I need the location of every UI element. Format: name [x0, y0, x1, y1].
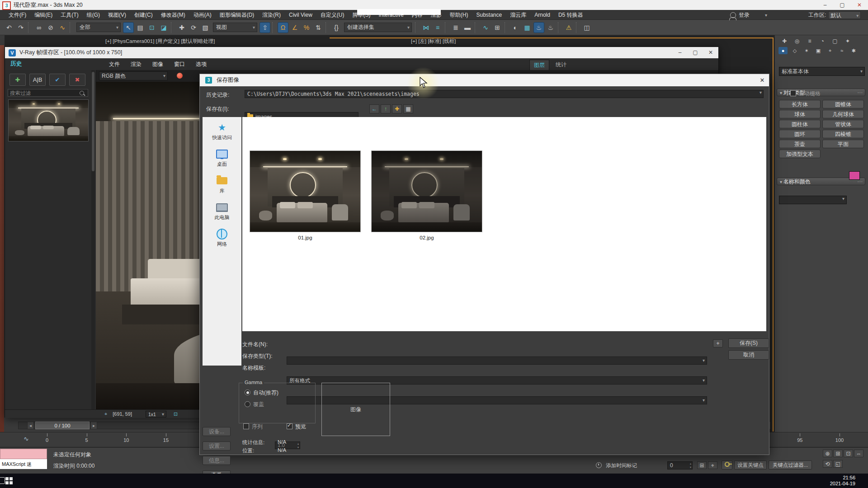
gamma-override-radio[interactable]: 覆盖	[245, 401, 264, 408]
track-bar-mode-icon[interactable]: ∿	[24, 435, 29, 442]
dialog-button-setup[interactable]: 设置...	[203, 441, 231, 450]
select-and-link-icon[interactable]: ∞	[33, 22, 44, 33]
warning-icon[interactable]: ⚠	[563, 22, 574, 33]
named-selection-sets-dropdown[interactable]: 创建选择集	[344, 23, 412, 32]
menubar-item[interactable]: Arnold	[530, 10, 554, 20]
close-button[interactable]: ✕	[851, 0, 868, 10]
object-color-swatch[interactable]	[849, 171, 860, 180]
up-one-level-icon[interactable]: ↑	[381, 104, 391, 113]
record-region-icon[interactable]	[177, 73, 183, 79]
orbit-icon[interactable]: ⟲	[823, 460, 832, 468]
save-to-history-icon[interactable]: ✚	[9, 74, 26, 86]
open-door-icon[interactable]: ◫	[581, 22, 592, 33]
viewport-label-camera[interactable]: [+] [PhysCamera001] [用户定义] [默认明暗处理]	[105, 38, 215, 45]
menubar-item[interactable]: 组(G)	[83, 10, 104, 20]
menubar-item[interactable]: 编辑(E)	[30, 10, 57, 20]
place-this-pc[interactable]: 此电脑	[215, 202, 230, 221]
back-icon[interactable]: ←	[369, 104, 379, 113]
curve-editor-icon[interactable]: ∿	[480, 22, 491, 33]
select-object-icon[interactable]: ↖	[123, 22, 134, 33]
notification-icon[interactable]	[0, 477, 5, 484]
vfb-minimize-button[interactable]: –	[672, 47, 688, 58]
menubar-item[interactable]: 动画(A)	[189, 10, 216, 20]
create-new-folder-icon[interactable]: ✚	[392, 104, 402, 113]
windows-start-icon[interactable]	[5, 477, 13, 484]
menubar-item[interactable]: 修改器(M)	[157, 10, 189, 20]
place-network[interactable]: 网络	[216, 229, 228, 248]
set-key-button[interactable]: 设置关键点	[734, 460, 767, 469]
ab-compare-icon[interactable]: A|B	[29, 74, 46, 86]
menubar-item[interactable]: 视图(V)	[104, 10, 130, 20]
selection-lock-icon[interactable]: ⊞	[697, 461, 707, 469]
viewport-label-left[interactable]: [+] [左] [标准] [线框]	[411, 38, 456, 45]
dialog-button-info[interactable]: 信息...	[203, 456, 231, 465]
history-scrollbar[interactable]	[91, 70, 95, 409]
file-item[interactable]: 01.jpg	[250, 150, 361, 240]
object-button[interactable]: 几何球体	[822, 110, 864, 118]
select-by-name-icon[interactable]: ▤	[135, 22, 146, 33]
menubar-item[interactable]: 溜云库	[506, 10, 530, 20]
file-list-area[interactable]: 01.jpg02.jpg	[242, 117, 766, 331]
file-thumbnail[interactable]	[250, 150, 361, 232]
view-menu-icon[interactable]: ▦	[403, 104, 413, 113]
layer-explorer-icon[interactable]: ≣	[450, 22, 461, 33]
menubar-item[interactable]: 图形编辑器(D)	[216, 10, 259, 20]
minimize-button[interactable]: –	[816, 0, 834, 10]
maximize-button[interactable]: ▢	[834, 0, 851, 10]
dialog-button-device[interactable]: 设备...	[203, 427, 231, 436]
reference-coordinate-dropdown[interactable]: 视图	[213, 23, 257, 32]
key-filters-button[interactable]: 关键点过滤器...	[769, 460, 812, 469]
next-frame-button[interactable]: ▸	[90, 422, 97, 429]
object-button[interactable]: 管状体	[822, 120, 864, 128]
object-button[interactable]: 圆环	[779, 130, 821, 138]
tab-stats[interactable]: 统计	[551, 60, 571, 70]
delete-history-icon[interactable]: ✖	[69, 74, 85, 86]
save-button[interactable]: 保存(S)	[728, 338, 769, 348]
add-time-tag[interactable]: 添加时间标记	[596, 462, 637, 469]
workspace-dropdown[interactable]: 默认	[828, 11, 861, 19]
taskbar-clock[interactable]: 21:56 2021-04-19	[830, 475, 855, 487]
angle-snap-icon[interactable]: ∠	[289, 22, 300, 33]
undo-icon[interactable]: ↶	[4, 22, 14, 33]
menubar-item[interactable]: Substance	[472, 10, 506, 20]
zoom-icon[interactable]: ⊕	[823, 450, 832, 457]
unlink-selection-icon[interactable]: ⊘	[45, 22, 56, 33]
mirror-icon[interactable]: ⋈	[420, 22, 431, 33]
load-history-icon[interactable]: ✔	[49, 74, 66, 86]
sequence-checkbox[interactable]: 序列	[243, 423, 263, 431]
object-button[interactable]: 四棱锥	[822, 130, 864, 138]
previous-frame-button[interactable]: ◂	[27, 422, 34, 429]
time-slider[interactable]: 0 / 100	[35, 422, 90, 429]
spinner-snap-icon[interactable]: ⇅	[313, 22, 324, 33]
snaps-toggle-icon[interactable]: Ω	[278, 22, 288, 33]
selection-filter-dropdown[interactable]: 全部	[76, 23, 121, 32]
object-button[interactable]: 圆柱体	[779, 120, 821, 128]
zoom-extents-icon[interactable]: ⊞	[833, 450, 843, 457]
render-setup-icon[interactable]: ▦	[522, 22, 533, 33]
menubar-item[interactable]: D5 转换器	[554, 10, 587, 20]
object-button[interactable]: 茶壶	[779, 140, 821, 148]
maximize-viewport-icon[interactable]: ◱	[833, 460, 843, 468]
menubar-item[interactable]: 渲染(R)	[258, 10, 285, 20]
render-production-icon[interactable]: ♨	[545, 22, 556, 33]
place-desktop[interactable]: 桌面	[216, 149, 228, 168]
follow-mouse-icon[interactable]: ⊡	[174, 411, 178, 417]
vfb-menu-item[interactable]: 选项	[190, 58, 212, 70]
use-pivot-point-center-icon[interactable]: ⇧	[259, 22, 270, 33]
select-and-move-icon[interactable]: ✚	[176, 22, 187, 33]
rectangular-selection-region-icon[interactable]: ⊡	[146, 22, 157, 33]
object-button[interactable]: 平面	[822, 140, 864, 148]
vfb-menu-item[interactable]: 渲染	[125, 58, 147, 70]
pan-icon[interactable]: ⇔	[854, 450, 863, 457]
object-button[interactable]: 长方体	[779, 100, 821, 108]
vfb-close-button[interactable]: ✕	[703, 47, 718, 58]
vfb-maximize-button[interactable]: ▢	[688, 47, 703, 58]
vfb-menu-item[interactable]: 图像	[147, 58, 169, 70]
history-thumbnail[interactable]	[8, 99, 89, 141]
toggle-ribbon-icon[interactable]: ▬	[462, 22, 473, 33]
vfb-menu-item[interactable]: 窗口	[169, 58, 190, 70]
object-button[interactable]: 圆锥体	[822, 100, 864, 108]
percent-snap-icon[interactable]: %	[301, 22, 312, 33]
cancel-button[interactable]: 取消	[728, 350, 769, 360]
channel-dropdown[interactable]: RGB 颜色	[99, 71, 168, 80]
